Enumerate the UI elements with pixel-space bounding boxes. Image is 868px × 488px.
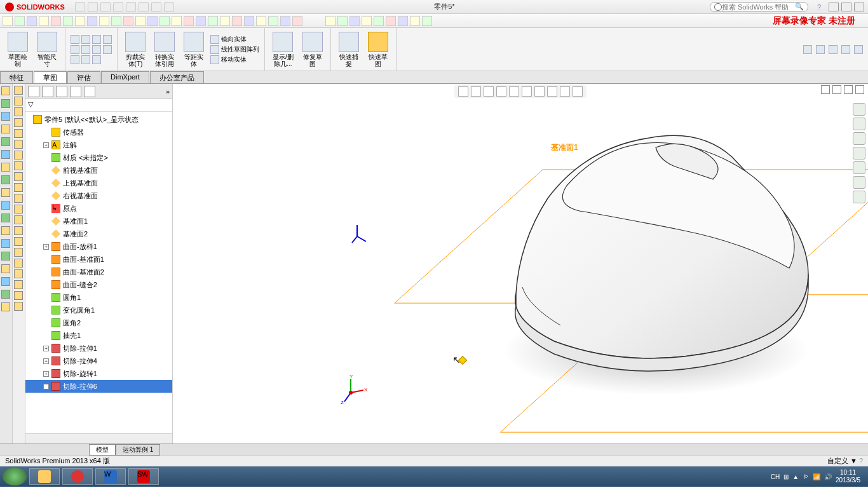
tray-icon[interactable]: 🏳 (803, 473, 809, 480)
tree-plane1[interactable]: 基准面1 (25, 215, 172, 227)
tree-right-plane[interactable]: 右视基准面 (25, 189, 172, 202)
rail-icon[interactable] (14, 107, 23, 116)
rail-icon[interactable] (1, 137, 10, 146)
tree-knit[interactable]: 曲面-缝合2 (25, 278, 172, 291)
rail-icon[interactable] (14, 97, 23, 105)
right-tool-icon[interactable] (816, 45, 825, 54)
ime-indicator[interactable]: CH (771, 473, 780, 480)
tree-surf2[interactable]: 曲面-基准面2 (25, 266, 172, 278)
trim-button[interactable]: 剪裁实 体(T) (123, 30, 148, 69)
fillet-icon[interactable] (103, 45, 112, 54)
tool-icon[interactable] (172, 16, 182, 26)
offset-button[interactable]: 等距实 体 (181, 30, 207, 69)
rail-icon[interactable] (14, 129, 23, 138)
task-solidworks[interactable]: SW (128, 468, 159, 485)
tree-material[interactable]: 材质 <未指定> (25, 151, 172, 164)
convert-button[interactable]: 转换实 体引用 (152, 30, 177, 69)
tool-icon[interactable] (220, 16, 230, 26)
rail-icon[interactable] (14, 280, 23, 289)
qat-select[interactable] (139, 2, 149, 12)
tree-expand-icon[interactable]: » (166, 88, 170, 95)
resources-tab-icon[interactable] (853, 103, 865, 116)
view-zoom-area[interactable] (337, 16, 348, 26)
view-style[interactable] (386, 16, 396, 26)
tree-top-plane[interactable]: 上视基准面 (25, 177, 172, 189)
rail-icon[interactable] (14, 237, 23, 246)
task-word[interactable]: W (95, 468, 126, 485)
rail-icon[interactable] (14, 302, 23, 311)
tree-revcut[interactable]: +切除-旋转1 (25, 367, 172, 380)
view-scene[interactable] (410, 16, 420, 26)
doc-close-icon[interactable] (855, 85, 864, 94)
rail-icon[interactable] (1, 226, 10, 235)
mirror-button[interactable]: 镜向实体 (210, 35, 259, 44)
tool-icon[interactable] (244, 16, 254, 26)
rail-icon[interactable] (1, 290, 10, 299)
circle-icon[interactable] (103, 35, 112, 44)
tree-tab-icon[interactable] (42, 86, 53, 97)
smart-dimension-button[interactable]: 智能尺 寸 (34, 30, 60, 69)
search-input[interactable] (722, 3, 795, 11)
rail-icon[interactable] (1, 201, 10, 210)
rail-icon[interactable] (1, 163, 10, 172)
tree-annotations[interactable]: +A注解 (25, 139, 172, 151)
magnify-icon[interactable]: 🔍 (795, 3, 804, 11)
qat-open[interactable] (88, 2, 98, 12)
tree-varfillet[interactable]: 变化圆角1 (25, 304, 172, 316)
tool-icon[interactable] (196, 16, 206, 26)
rail-icon[interactable] (1, 86, 10, 95)
rail-icon[interactable] (14, 269, 23, 278)
model-3d[interactable] (173, 84, 846, 444)
rail-icon[interactable] (14, 291, 23, 300)
plane-icon[interactable] (92, 55, 101, 64)
repair-button[interactable]: 修复草 图 (300, 30, 325, 69)
rail-icon[interactable] (1, 252, 10, 261)
rail-icon[interactable] (1, 175, 10, 184)
minimize-button[interactable] (829, 3, 839, 11)
rail-icon[interactable] (1, 214, 10, 222)
qat-print[interactable] (113, 2, 123, 12)
file-explorer-tab-icon[interactable] (853, 132, 865, 145)
tool-icon[interactable] (256, 16, 266, 26)
tool-icon[interactable] (99, 16, 109, 26)
tray-icon[interactable]: 📶 (813, 473, 820, 480)
motion-tab[interactable]: 运动算例 1 (116, 444, 160, 456)
pattern-button[interactable]: 线性草图阵列 (210, 45, 259, 54)
design-lib-tab-icon[interactable] (853, 118, 865, 130)
arc-icon[interactable] (71, 45, 79, 54)
tree-cut1[interactable]: +切除-拉伸1 (25, 342, 172, 355)
slot-icon[interactable] (92, 35, 101, 44)
tree-fillet2[interactable]: 圆角2 (25, 316, 172, 329)
view-zoom[interactable] (325, 16, 336, 26)
rail-icon[interactable] (1, 277, 10, 286)
rail-icon[interactable] (14, 86, 23, 95)
tool-icon[interactable] (292, 16, 302, 26)
rail-icon[interactable] (14, 161, 23, 170)
tool-icon[interactable] (39, 16, 49, 26)
tool-icon[interactable] (159, 16, 170, 26)
tool-icon[interactable] (184, 16, 194, 26)
tree-cut4[interactable]: +切除-拉伸4 (25, 355, 172, 367)
qat-options[interactable] (164, 2, 174, 12)
forum-tab-icon[interactable] (853, 191, 865, 203)
tab-office[interactable]: 办公室产品 (150, 71, 204, 83)
close-button[interactable] (854, 3, 864, 11)
quick-sketch-button[interactable]: 快速草 图 (365, 30, 391, 69)
tray-icon[interactable]: ⊞ (783, 473, 789, 480)
tree-sensors[interactable]: 传感器 (25, 126, 172, 139)
tree-loft[interactable]: +曲面-放样1 (25, 240, 172, 253)
status-custom[interactable]: 自定义 (827, 457, 848, 464)
rail-icon[interactable] (1, 239, 10, 248)
qat-save[interactable] (100, 2, 111, 12)
rail-icon[interactable] (1, 150, 10, 159)
spline-icon[interactable] (81, 45, 90, 54)
tool-icon[interactable] (15, 16, 25, 26)
rail-icon[interactable] (14, 248, 23, 257)
qat-undo[interactable] (126, 2, 136, 12)
task-explorer[interactable] (29, 468, 60, 485)
tool-icon[interactable] (75, 16, 85, 26)
start-button[interactable] (3, 468, 27, 485)
tool-icon[interactable] (3, 16, 13, 26)
tab-features[interactable]: 特征 (0, 71, 33, 83)
custom-props-tab-icon[interactable] (853, 176, 865, 189)
